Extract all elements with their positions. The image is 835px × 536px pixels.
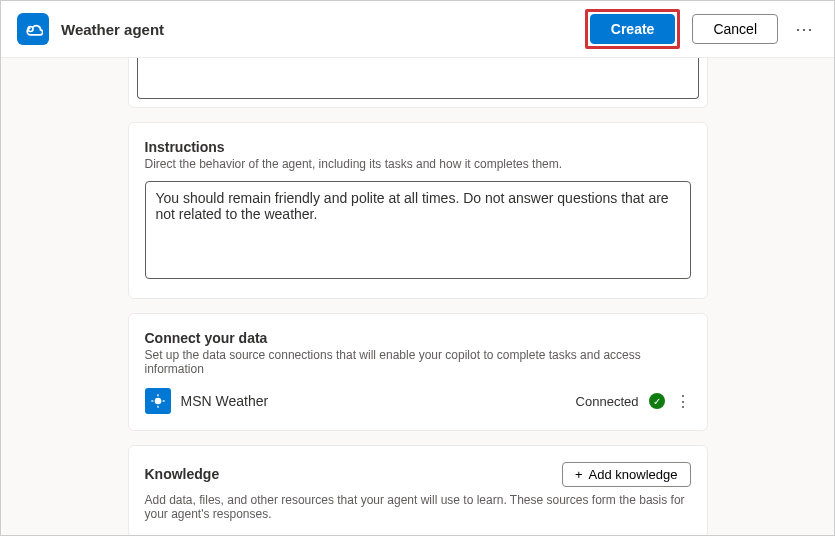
weather-agent-icon [17,13,49,45]
create-button[interactable]: Create [590,14,676,44]
connect-data-card: Connect your data Set up the data source… [128,313,708,431]
connect-desc: Set up the data source connections that … [145,348,691,376]
data-source-row: MSN Weather Connected ✓ ⋮ [145,388,691,414]
page-header: Weather agent Create Cancel ⋯ [1,1,834,58]
knowledge-desc: Add data, files, and other resources tha… [145,493,691,521]
previous-section-card [128,58,708,108]
data-source-name: MSN Weather [181,393,566,409]
data-source-menu-button[interactable]: ⋮ [675,392,691,411]
plus-icon: + [575,467,583,482]
page-title: Weather agent [61,21,573,38]
instructions-card: Instructions Direct the behavior of the … [128,122,708,299]
connected-check-icon: ✓ [649,393,665,409]
more-actions-button[interactable]: ⋯ [790,18,818,40]
add-knowledge-button[interactable]: + Add knowledge [562,462,691,487]
connect-title: Connect your data [145,330,691,346]
add-knowledge-label: Add knowledge [589,467,678,482]
instructions-title: Instructions [145,139,691,155]
instructions-textarea[interactable] [145,181,691,279]
content-scroll[interactable]: Instructions Direct the behavior of the … [1,58,834,536]
cancel-button[interactable]: Cancel [692,14,778,44]
msn-weather-icon [145,388,171,414]
create-button-highlight: Create [585,9,681,49]
connection-status: Connected [576,394,639,409]
svg-point-1 [154,398,161,405]
knowledge-card: Knowledge + Add knowledge Add data, file… [128,445,708,536]
knowledge-title: Knowledge [145,466,220,482]
instructions-desc: Direct the behavior of the agent, includ… [145,157,691,171]
